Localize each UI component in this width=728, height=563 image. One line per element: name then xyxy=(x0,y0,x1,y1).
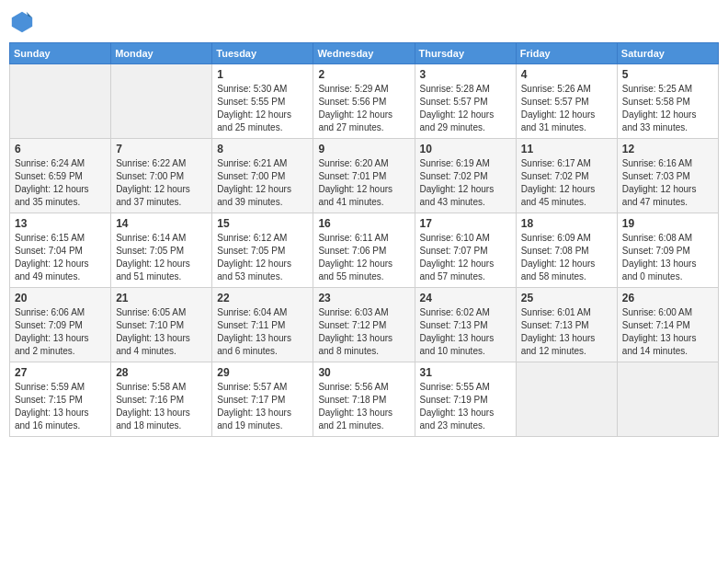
calendar-cell: 20Sunrise: 6:06 AM Sunset: 7:09 PM Dayli… xyxy=(10,288,111,362)
calendar-cell: 7Sunrise: 6:22 AM Sunset: 7:00 PM Daylig… xyxy=(111,139,212,213)
day-info: Sunrise: 5:56 AM Sunset: 7:18 PM Dayligh… xyxy=(318,381,409,432)
day-of-week-header: Monday xyxy=(111,43,212,64)
calendar-cell: 25Sunrise: 6:01 AM Sunset: 7:13 PM Dayli… xyxy=(516,288,617,362)
day-number: 21 xyxy=(116,292,207,304)
calendar-cell: 31Sunrise: 5:55 AM Sunset: 7:19 PM Dayli… xyxy=(415,362,516,437)
calendar-cell: 9Sunrise: 6:20 AM Sunset: 7:01 PM Daylig… xyxy=(313,139,415,213)
day-number: 22 xyxy=(217,292,308,304)
day-info: Sunrise: 5:28 AM Sunset: 5:57 PM Dayligh… xyxy=(420,83,511,134)
day-number: 20 xyxy=(15,292,106,304)
calendar-cell: 3Sunrise: 5:28 AM Sunset: 5:57 PM Daylig… xyxy=(415,64,516,139)
day-number: 2 xyxy=(318,68,409,81)
calendar-cell: 19Sunrise: 6:08 AM Sunset: 7:09 PM Dayli… xyxy=(617,213,718,288)
day-info: Sunrise: 6:22 AM Sunset: 7:00 PM Dayligh… xyxy=(116,157,207,209)
calendar-cell: 5Sunrise: 5:25 AM Sunset: 5:58 PM Daylig… xyxy=(617,64,718,139)
calendar-week-row: 20Sunrise: 6:06 AM Sunset: 7:09 PM Dayli… xyxy=(10,288,719,362)
calendar-cell: 26Sunrise: 6:00 AM Sunset: 7:14 PM Dayli… xyxy=(617,288,718,362)
calendar-cell: 12Sunrise: 6:16 AM Sunset: 7:03 PM Dayli… xyxy=(617,139,718,213)
day-number: 7 xyxy=(116,143,207,155)
calendar-cell: 16Sunrise: 6:11 AM Sunset: 7:06 PM Dayli… xyxy=(313,213,415,288)
day-of-week-header: Thursday xyxy=(415,43,516,64)
logo-icon xyxy=(9,9,35,35)
calendar-week-row: 6Sunrise: 6:24 AM Sunset: 6:59 PM Daylig… xyxy=(10,139,719,213)
day-info: Sunrise: 6:19 AM Sunset: 7:02 PM Dayligh… xyxy=(420,157,511,209)
day-number: 6 xyxy=(15,143,106,155)
calendar-cell: 14Sunrise: 6:14 AM Sunset: 7:05 PM Dayli… xyxy=(111,213,212,288)
day-number: 12 xyxy=(622,143,713,155)
day-info: Sunrise: 5:58 AM Sunset: 7:16 PM Dayligh… xyxy=(116,381,207,432)
day-number: 1 xyxy=(217,68,308,81)
calendar-cell: 1Sunrise: 5:30 AM Sunset: 5:55 PM Daylig… xyxy=(212,64,313,139)
calendar-cell xyxy=(111,64,212,139)
logo xyxy=(9,9,39,35)
day-number: 11 xyxy=(521,143,612,155)
calendar-cell: 10Sunrise: 6:19 AM Sunset: 7:02 PM Dayli… xyxy=(415,139,516,213)
calendar-cell: 15Sunrise: 6:12 AM Sunset: 7:05 PM Dayli… xyxy=(212,213,313,288)
day-info: Sunrise: 6:04 AM Sunset: 7:11 PM Dayligh… xyxy=(217,306,308,358)
calendar-cell: 22Sunrise: 6:04 AM Sunset: 7:11 PM Dayli… xyxy=(212,288,313,362)
calendar-cell: 17Sunrise: 6:10 AM Sunset: 7:07 PM Dayli… xyxy=(415,213,516,288)
day-info: Sunrise: 5:30 AM Sunset: 5:55 PM Dayligh… xyxy=(217,83,308,134)
day-info: Sunrise: 6:15 AM Sunset: 7:04 PM Dayligh… xyxy=(15,232,106,283)
calendar-cell: 24Sunrise: 6:02 AM Sunset: 7:13 PM Dayli… xyxy=(415,288,516,362)
day-number: 17 xyxy=(420,217,511,230)
day-number: 15 xyxy=(217,217,308,230)
day-number: 16 xyxy=(318,217,409,230)
day-info: Sunrise: 6:21 AM Sunset: 7:00 PM Dayligh… xyxy=(217,157,308,209)
day-number: 23 xyxy=(318,292,409,304)
day-of-week-header: Saturday xyxy=(617,43,718,64)
calendar-cell: 28Sunrise: 5:58 AM Sunset: 7:16 PM Dayli… xyxy=(111,362,212,437)
day-info: Sunrise: 6:09 AM Sunset: 7:08 PM Dayligh… xyxy=(521,232,612,283)
day-info: Sunrise: 6:12 AM Sunset: 7:05 PM Dayligh… xyxy=(217,232,308,283)
calendar-cell xyxy=(617,362,718,437)
calendar-cell xyxy=(516,362,617,437)
day-info: Sunrise: 6:17 AM Sunset: 7:02 PM Dayligh… xyxy=(521,157,612,209)
day-number: 19 xyxy=(622,217,713,230)
day-info: Sunrise: 6:08 AM Sunset: 7:09 PM Dayligh… xyxy=(622,232,713,283)
day-number: 29 xyxy=(217,366,308,379)
day-number: 31 xyxy=(420,366,511,379)
day-info: Sunrise: 6:03 AM Sunset: 7:12 PM Dayligh… xyxy=(318,306,409,358)
calendar-cell: 8Sunrise: 6:21 AM Sunset: 7:00 PM Daylig… xyxy=(212,139,313,213)
day-number: 8 xyxy=(217,143,308,155)
calendar-cell: 27Sunrise: 5:59 AM Sunset: 7:15 PM Dayli… xyxy=(10,362,111,437)
day-info: Sunrise: 6:01 AM Sunset: 7:13 PM Dayligh… xyxy=(521,306,612,358)
calendar-week-row: 1Sunrise: 5:30 AM Sunset: 5:55 PM Daylig… xyxy=(10,64,719,139)
calendar-cell: 11Sunrise: 6:17 AM Sunset: 7:02 PM Dayli… xyxy=(516,139,617,213)
calendar-week-row: 27Sunrise: 5:59 AM Sunset: 7:15 PM Dayli… xyxy=(10,362,719,437)
calendar-cell: 18Sunrise: 6:09 AM Sunset: 7:08 PM Dayli… xyxy=(516,213,617,288)
day-info: Sunrise: 5:59 AM Sunset: 7:15 PM Dayligh… xyxy=(15,381,106,432)
day-info: Sunrise: 6:10 AM Sunset: 7:07 PM Dayligh… xyxy=(420,232,511,283)
day-number: 24 xyxy=(420,292,511,304)
calendar-cell xyxy=(10,64,111,139)
day-info: Sunrise: 6:16 AM Sunset: 7:03 PM Dayligh… xyxy=(622,157,713,209)
day-info: Sunrise: 6:20 AM Sunset: 7:01 PM Dayligh… xyxy=(318,157,409,209)
day-info: Sunrise: 5:57 AM Sunset: 7:17 PM Dayligh… xyxy=(217,381,308,432)
day-info: Sunrise: 5:25 AM Sunset: 5:58 PM Dayligh… xyxy=(622,83,713,134)
day-info: Sunrise: 6:05 AM Sunset: 7:10 PM Dayligh… xyxy=(116,306,207,358)
day-info: Sunrise: 6:24 AM Sunset: 6:59 PM Dayligh… xyxy=(15,157,106,209)
day-number: 10 xyxy=(420,143,511,155)
calendar-cell: 4Sunrise: 5:26 AM Sunset: 5:57 PM Daylig… xyxy=(516,64,617,139)
day-of-week-header: Sunday xyxy=(10,43,111,64)
day-number: 3 xyxy=(420,68,511,81)
day-number: 18 xyxy=(521,217,612,230)
day-number: 28 xyxy=(116,366,207,379)
day-info: Sunrise: 6:11 AM Sunset: 7:06 PM Dayligh… xyxy=(318,232,409,283)
day-number: 26 xyxy=(622,292,713,304)
day-info: Sunrise: 5:29 AM Sunset: 5:56 PM Dayligh… xyxy=(318,83,409,134)
day-info: Sunrise: 6:06 AM Sunset: 7:09 PM Dayligh… xyxy=(15,306,106,358)
day-of-week-header: Wednesday xyxy=(313,43,415,64)
calendar-week-row: 13Sunrise: 6:15 AM Sunset: 7:04 PM Dayli… xyxy=(10,213,719,288)
calendar-cell: 23Sunrise: 6:03 AM Sunset: 7:12 PM Dayli… xyxy=(313,288,415,362)
day-number: 5 xyxy=(622,68,713,81)
day-info: Sunrise: 5:26 AM Sunset: 5:57 PM Dayligh… xyxy=(521,83,612,134)
calendar-cell: 6Sunrise: 6:24 AM Sunset: 6:59 PM Daylig… xyxy=(10,139,111,213)
day-number: 4 xyxy=(521,68,612,81)
day-of-week-header: Friday xyxy=(516,43,617,64)
calendar-cell: 21Sunrise: 6:05 AM Sunset: 7:10 PM Dayli… xyxy=(111,288,212,362)
day-info: Sunrise: 6:02 AM Sunset: 7:13 PM Dayligh… xyxy=(420,306,511,358)
calendar-cell: 30Sunrise: 5:56 AM Sunset: 7:18 PM Dayli… xyxy=(313,362,415,437)
day-number: 14 xyxy=(116,217,207,230)
day-number: 25 xyxy=(521,292,612,304)
